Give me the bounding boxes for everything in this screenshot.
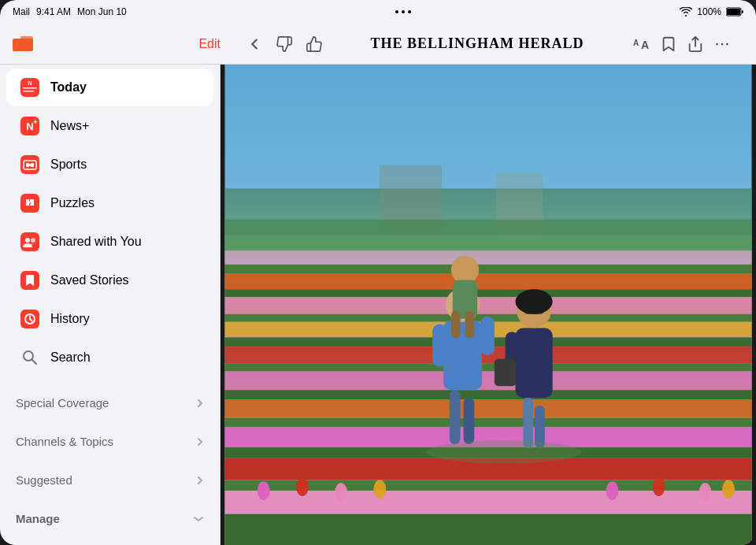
search-icon	[19, 347, 41, 369]
text-size-button[interactable]: A A	[632, 35, 650, 54]
sidebar-item-sports[interactable]: Sports	[6, 146, 213, 184]
svg-point-64	[451, 256, 479, 284]
article-area	[220, 65, 756, 545]
svg-point-10	[726, 43, 728, 45]
status-dot-1	[395, 10, 398, 13]
chevron-right-icon-3	[196, 474, 204, 487]
sidebar-item-shared[interactable]: Shared with You	[6, 223, 213, 261]
share-button[interactable]	[687, 35, 704, 53]
status-bar: Mail 9:41 AM Mon Jun 10 100%	[0, 0, 756, 24]
status-dot-2	[402, 10, 405, 13]
saved-icon	[19, 269, 41, 291]
svg-rect-51	[224, 418, 751, 428]
suggested-label: Suggested	[16, 473, 72, 487]
sidebar-item-suggested[interactable]: Suggested	[0, 464, 220, 496]
status-dot-3	[408, 10, 411, 13]
toolbar-actions: A A	[632, 35, 731, 54]
battery-icon	[726, 7, 743, 17]
svg-text:N: N	[28, 80, 32, 86]
svg-point-80	[373, 480, 386, 499]
sidebar-manage-section[interactable]: Manage	[0, 502, 220, 535]
search-label: Search	[50, 350, 91, 365]
svg-rect-63	[480, 317, 495, 355]
toolbar-nav	[246, 35, 323, 53]
chevron-down-icon	[193, 515, 204, 523]
puzzles-icon	[19, 192, 41, 214]
sidebar-item-puzzles[interactable]: Puzzles	[6, 184, 213, 222]
sidebar-item-history[interactable]: History	[6, 300, 213, 338]
sidebar-item-today[interactable]: N Today	[6, 69, 213, 106]
app-container: Edit The Bellingham Herald	[0, 24, 756, 545]
sidebar-item-search[interactable]: Search	[6, 339, 213, 376]
manage-label: Manage	[16, 512, 60, 525]
article-image-scene	[220, 65, 756, 545]
svg-line-31	[32, 360, 36, 364]
chevron-right-icon-2	[196, 436, 204, 448]
toolbar-left-inner	[13, 36, 33, 52]
svg-rect-1	[727, 9, 740, 15]
saved-label: Saved Stories	[50, 273, 129, 287]
channels-topics-label: Channels & Topics	[16, 435, 113, 448]
bookmark-button[interactable]	[660, 35, 677, 53]
svg-text:+: +	[33, 118, 37, 126]
dislike-button[interactable]	[276, 35, 293, 53]
history-label: History	[50, 312, 90, 326]
svg-rect-59	[464, 398, 475, 444]
svg-rect-13	[23, 87, 37, 89]
svg-rect-66	[451, 311, 461, 338]
today-label: Today	[50, 80, 87, 95]
svg-rect-41	[224, 289, 751, 297]
wifi-icon	[680, 7, 692, 17]
svg-rect-73	[524, 310, 543, 314]
newsplus-icon: N +	[19, 115, 41, 137]
edit-button[interactable]: Edit	[198, 37, 220, 51]
main-content: N Today N +	[0, 65, 756, 545]
sports-label: Sports	[50, 158, 87, 172]
history-icon	[19, 308, 41, 330]
sports-icon	[19, 154, 41, 176]
svg-text:A: A	[641, 39, 649, 51]
sidebar-item-discover-channels[interactable]: Discover Channels	[0, 535, 220, 545]
sidebar: N Today N +	[0, 65, 220, 545]
svg-point-8	[716, 43, 718, 45]
svg-rect-14	[23, 91, 34, 92]
svg-rect-50	[224, 399, 751, 418]
svg-rect-70	[515, 328, 552, 399]
toolbar-center: The Bellingham Herald A A	[233, 35, 743, 54]
svg-point-77	[258, 481, 270, 500]
puzzles-label: Puzzles	[50, 196, 94, 210]
svg-text:A: A	[633, 39, 639, 47]
app-indicator: Mail	[13, 6, 30, 17]
special-coverage-label: Special Coverage	[16, 396, 109, 410]
today-icon: N	[19, 76, 41, 98]
sidebar-item-channels-topics[interactable]: Channels & Topics	[0, 425, 220, 458]
svg-point-26	[31, 238, 35, 243]
sidebar-item-newsplus[interactable]: N + News+	[6, 107, 213, 145]
toolbar: Edit The Bellingham Herald	[0, 24, 756, 65]
svg-rect-48	[224, 372, 751, 391]
svg-point-25	[25, 238, 30, 243]
svg-point-83	[699, 483, 712, 502]
toolbar-left: Edit	[13, 36, 233, 52]
sidebar-item-saved[interactable]: Saved Stories	[6, 261, 213, 299]
status-center	[395, 10, 411, 13]
svg-rect-38	[224, 250, 751, 265]
sidebar-primary-section: N Today N +	[0, 65, 220, 380]
shared-icon	[19, 231, 41, 253]
svg-rect-42	[224, 297, 751, 314]
sidebar-toggle-icon[interactable]	[13, 36, 33, 52]
svg-rect-4	[20, 39, 33, 51]
svg-point-76	[426, 440, 581, 464]
article-source-title: The Bellingham Herald	[370, 35, 584, 52]
more-button[interactable]	[713, 35, 731, 53]
back-button[interactable]	[246, 35, 263, 53]
svg-point-78	[296, 477, 309, 496]
sidebar-item-special-coverage[interactable]: Special Coverage	[0, 387, 220, 419]
svg-point-30	[24, 351, 33, 361]
svg-rect-40	[224, 274, 751, 290]
newsplus-label: News+	[50, 119, 89, 133]
svg-rect-21	[31, 163, 34, 167]
like-button[interactable]	[306, 35, 323, 53]
svg-rect-58	[450, 390, 461, 444]
svg-rect-57	[224, 514, 751, 545]
